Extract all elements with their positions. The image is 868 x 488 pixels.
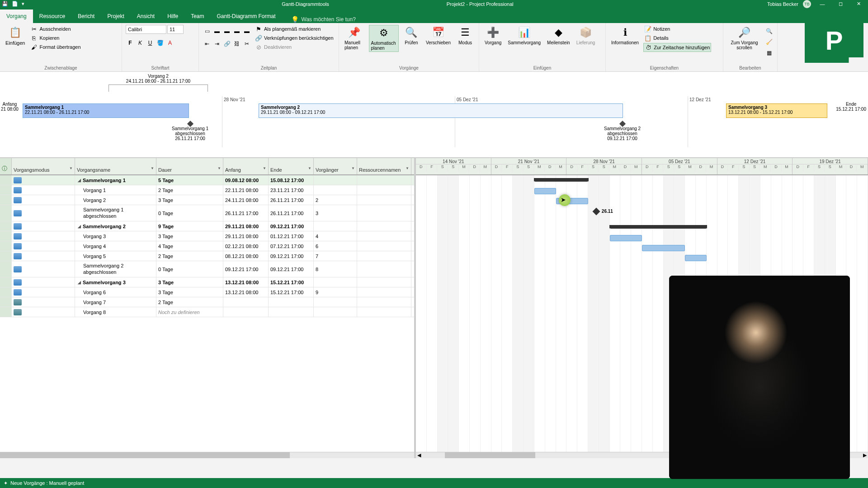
- scroll-to-task-button[interactable]: 🔎Zum Vorgang scrollen: [727, 25, 762, 51]
- cell-predecessors[interactable]: [314, 297, 357, 307]
- progress-0-button[interactable]: ▭: [203, 27, 212, 36]
- col-header-name[interactable]: Vorgangsname▼: [75, 158, 156, 174]
- cell-predecessors[interactable]: [314, 307, 357, 317]
- autosave-icon[interactable]: 💾: [2, 1, 8, 7]
- cell-info[interactable]: [0, 241, 12, 251]
- cell-resources[interactable]: [357, 261, 411, 277]
- table-row[interactable]: ◢Sammelvorgang 15 Tage09.08.12 08:0015.0…: [0, 175, 414, 185]
- cell-name[interactable]: Sammelvorgang 2 abgeschlossen: [75, 261, 156, 277]
- cell-end[interactable]: 07.12.21 17:00: [269, 241, 314, 251]
- cell-mode[interactable]: [12, 307, 75, 317]
- cell-resources[interactable]: [357, 251, 411, 261]
- gantt-task-bar[interactable]: [610, 235, 642, 241]
- cell-end[interactable]: 01.12.21 17:00: [269, 231, 314, 241]
- cell-duration[interactable]: 3 Tage: [156, 287, 223, 297]
- cell-duration[interactable]: 3 Tage: [156, 277, 223, 287]
- gantt-task-bar[interactable]: [685, 255, 707, 261]
- timeline-bar-3[interactable]: Sammelvorgang 3 13.12.21 08:00 - 15.12.2…: [726, 103, 827, 118]
- cell-start[interactable]: 22.11.21 08:00: [223, 185, 269, 195]
- tab-ressource[interactable]: Ressource: [33, 9, 71, 23]
- respect-links-button[interactable]: 🔗Verknüpfungen berücksichtigen: [254, 34, 335, 42]
- mark-on-track-button[interactable]: ⚑Als plangemäß markieren: [254, 25, 335, 33]
- cell-end[interactable]: 26.11.21 17:00: [269, 205, 314, 221]
- cell-mode[interactable]: [12, 261, 75, 277]
- insert-task-button[interactable]: ➕Vorgang: [483, 25, 503, 46]
- cell-mode[interactable]: [12, 195, 75, 205]
- cell-end[interactable]: 23.11.21 17:00: [269, 185, 314, 195]
- gantt-task-bar[interactable]: [534, 188, 556, 194]
- table-row[interactable]: Sammelvorgang 2 abgeschlossen0 Tage09.12…: [0, 261, 414, 277]
- cell-start[interactable]: [223, 297, 269, 307]
- cell-duration[interactable]: 2 Tage: [156, 185, 223, 195]
- table-row[interactable]: Vorgang 12 Tage22.11.21 08:0023.11.21 17…: [0, 185, 414, 195]
- table-row[interactable]: Vorgang 52 Tage08.12.21 08:0009.12.21 17…: [0, 251, 414, 261]
- cell-predecessors[interactable]: 9: [314, 287, 357, 297]
- cell-duration[interactable]: 0 Tage: [156, 261, 223, 277]
- minimize-button[interactable]: —: [816, 1, 829, 7]
- cell-name[interactable]: ◢Sammelvorgang 3: [75, 277, 156, 287]
- cell-mode[interactable]: [12, 175, 75, 185]
- cell-start[interactable]: 29.11.21 08:00: [223, 231, 269, 241]
- cell-name[interactable]: Vorgang 5: [75, 251, 156, 261]
- task-table[interactable]: ⓘ Vorgangsmodus▼ Vorgangsname▼ Dauer▼ An…: [0, 158, 416, 458]
- collapse-icon[interactable]: ◢: [78, 178, 81, 183]
- gantt-task-bar[interactable]: [642, 245, 685, 251]
- cell-resources[interactable]: [357, 277, 411, 287]
- cell-resources[interactable]: [357, 195, 411, 205]
- tab-gantt-format[interactable]: Gantt-Diagramm Format: [211, 9, 282, 23]
- font-name-input[interactable]: [126, 25, 166, 34]
- inspect-button[interactable]: 🔍Prüfen: [401, 25, 421, 46]
- cell-predecessors[interactable]: 7: [314, 251, 357, 261]
- indent-button[interactable]: ⇥: [212, 39, 222, 48]
- cell-start[interactable]: 09.08.12 08:00: [223, 175, 269, 185]
- cell-start[interactable]: 26.11.21 17:00: [223, 205, 269, 221]
- cell-end[interactable]: [269, 307, 314, 317]
- notes-button[interactable]: 📝Notizen: [643, 25, 711, 33]
- cell-duration[interactable]: 3 Tage: [156, 231, 223, 241]
- user-name[interactable]: Tobias Becker: [767, 1, 798, 7]
- insert-milestone-button[interactable]: ◆Meilenstein: [545, 25, 572, 46]
- cell-mode[interactable]: [12, 241, 75, 251]
- tab-ansicht[interactable]: Ansicht: [131, 9, 161, 23]
- details-button[interactable]: 📋Details: [643, 34, 711, 42]
- cell-resources[interactable]: [357, 241, 411, 251]
- cell-duration[interactable]: Noch zu definieren: [156, 307, 223, 317]
- cell-name[interactable]: Vorgang 3: [75, 231, 156, 241]
- cell-name[interactable]: Vorgang 2: [75, 195, 156, 205]
- gantt-summary-bar[interactable]: [610, 225, 707, 229]
- cell-mode[interactable]: [12, 185, 75, 195]
- insert-summary-button[interactable]: 📊Sammelvorgang: [506, 25, 542, 46]
- cell-info[interactable]: [0, 185, 12, 195]
- cell-mode[interactable]: [12, 277, 75, 287]
- cell-duration[interactable]: 2 Tage: [156, 251, 223, 261]
- cell-predecessors[interactable]: [314, 221, 357, 231]
- table-row[interactable]: Sammelvorgang 1 abgeschlossen0 Tage26.11…: [0, 205, 414, 221]
- fill-button[interactable]: ▦: [764, 48, 774, 57]
- new-doc-icon[interactable]: 📄: [12, 1, 18, 7]
- col-header-info[interactable]: ⓘ: [0, 158, 12, 174]
- table-row[interactable]: Vorgang 23 Tage24.11.21 08:0026.11.21 17…: [0, 195, 414, 205]
- mode-button[interactable]: ☰Modus: [455, 25, 475, 46]
- progress-100-button[interactable]: ▬: [242, 27, 251, 36]
- find-button[interactable]: 🔍: [764, 27, 774, 36]
- cell-info[interactable]: [0, 221, 12, 231]
- cell-end[interactable]: 15.08.12 17:00: [269, 175, 314, 185]
- cell-mode[interactable]: [12, 251, 75, 261]
- cell-info[interactable]: [0, 195, 12, 205]
- table-row[interactable]: Vorgang 8Noch zu definieren: [0, 307, 414, 317]
- copy-button[interactable]: ⎘Kopieren: [29, 34, 81, 42]
- timeline-milestone-2[interactable]: Sammelvorgang 2 abgeschlossen 09.12.21 1…: [604, 122, 641, 141]
- progress-50-button[interactable]: ▬: [222, 27, 231, 36]
- information-button[interactable]: ℹInformationen: [609, 25, 641, 46]
- tab-bericht[interactable]: Bericht: [71, 9, 101, 23]
- cell-name[interactable]: ◢Sammelvorgang 1: [75, 175, 156, 185]
- cell-end[interactable]: 15.12.21 17:00: [269, 277, 314, 287]
- cell-resources[interactable]: [357, 287, 411, 297]
- cell-start[interactable]: 09.12.21 17:00: [223, 261, 269, 277]
- cell-info[interactable]: [0, 277, 12, 287]
- cell-info[interactable]: [0, 231, 12, 241]
- cell-duration[interactable]: 0 Tage: [156, 205, 223, 221]
- cell-end[interactable]: 26.11.21 17:00: [269, 195, 314, 205]
- cell-predecessors[interactable]: [314, 175, 357, 185]
- cell-predecessors[interactable]: 4: [314, 231, 357, 241]
